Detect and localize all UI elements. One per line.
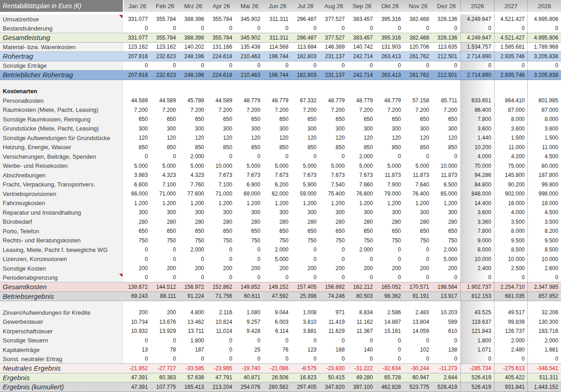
month-value-cell[interactable] bbox=[207, 80, 235, 87]
month-value-cell[interactable]: 280 bbox=[320, 217, 348, 227]
month-value-cell[interactable]: 149.152 bbox=[263, 282, 292, 291]
row-label[interactable]: Fracht, Verpackung, Transportvers. bbox=[0, 180, 123, 190]
month-value-cell[interactable]: 200 bbox=[404, 264, 432, 273]
month-value-cell[interactable]: 131.166 bbox=[207, 43, 235, 52]
month-value-cell[interactable]: 156.892 bbox=[320, 282, 348, 291]
year-value-cell[interactable]: -285.734 bbox=[460, 364, 494, 373]
year-value-cell[interactable] bbox=[494, 80, 528, 87]
month-column-header[interactable]: Dez 26 bbox=[432, 0, 460, 12]
month-value-cell[interactable]: 0 bbox=[207, 255, 235, 264]
month-value-cell[interactable] bbox=[263, 87, 292, 96]
month-value-cell[interactable]: 526.419 bbox=[432, 382, 460, 392]
month-value-cell[interactable]: 0 bbox=[320, 245, 348, 255]
year-value-cell[interactable]: 526.419 bbox=[460, 382, 494, 392]
year-value-cell[interactable]: 0 bbox=[460, 355, 494, 364]
month-value-cell[interactable]: 170.571 bbox=[404, 282, 432, 291]
month-value-cell[interactable]: 850 bbox=[320, 143, 348, 152]
month-value-cell[interactable]: 11.873 bbox=[376, 171, 404, 180]
month-value-cell[interactable]: 650 bbox=[432, 226, 460, 236]
month-value-cell[interactable]: 0 bbox=[404, 24, 432, 33]
year-value-cell[interactable]: 3.205.838 bbox=[527, 52, 561, 61]
row-label[interactable]: Ergebnis bbox=[0, 373, 123, 382]
month-value-cell[interactable]: 650 bbox=[292, 115, 320, 124]
month-value-cell[interactable]: -32.634 bbox=[376, 364, 404, 373]
month-value-cell[interactable]: 47.391 bbox=[123, 373, 151, 382]
month-value-cell[interactable]: 0 bbox=[376, 61, 404, 70]
month-value-cell[interactable]: 48.779 bbox=[263, 96, 292, 106]
month-value-cell[interactable]: 300 bbox=[151, 208, 179, 217]
month-value-cell[interactable]: 49.280 bbox=[348, 373, 376, 382]
month-value-cell[interactable]: 69.243 bbox=[123, 292, 151, 301]
month-value-cell[interactable] bbox=[348, 301, 376, 308]
month-value-cell[interactable]: 65.000 bbox=[432, 189, 460, 199]
month-value-cell[interactable]: 297.405 bbox=[292, 382, 320, 392]
month-value-cell[interactable]: 0 bbox=[348, 336, 376, 346]
month-value-cell[interactable]: 383.457 bbox=[348, 33, 376, 42]
year-value-cell[interactable]: 16.000 bbox=[494, 199, 528, 208]
month-value-cell[interactable]: 261.762 bbox=[404, 52, 432, 61]
year-column-header[interactable]: 2026 bbox=[460, 0, 494, 12]
month-value-cell[interactable] bbox=[320, 301, 348, 308]
month-value-cell[interactable]: 7.200 bbox=[179, 106, 207, 115]
month-value-cell[interactable]: 48.779 bbox=[348, 96, 376, 106]
month-value-cell[interactable]: 850 bbox=[151, 143, 179, 152]
month-column-header[interactable]: Jul 26 bbox=[292, 0, 320, 12]
month-value-cell[interactable]: 7.200 bbox=[292, 106, 320, 115]
month-value-cell[interactable]: 0 bbox=[263, 336, 292, 346]
year-value-cell[interactable]: 121.843 bbox=[460, 327, 494, 336]
month-value-cell[interactable]: 8.834 bbox=[348, 308, 376, 317]
month-value-cell[interactable]: 120 bbox=[376, 133, 404, 143]
year-value-cell[interactable]: 4.500 bbox=[527, 152, 561, 161]
month-value-cell[interactable]: -27.727 bbox=[151, 364, 179, 373]
month-value-cell[interactable]: 0 bbox=[432, 24, 460, 33]
row-label[interactable]: Zinsen/Aufwendungen für Kredite bbox=[0, 308, 123, 317]
year-value-cell[interactable]: -346.541 bbox=[527, 364, 561, 373]
month-value-cell[interactable]: 4.800 bbox=[179, 308, 207, 317]
month-value-cell[interactable]: 850 bbox=[348, 143, 376, 152]
month-value-cell[interactable]: 7.200 bbox=[348, 106, 376, 115]
year-value-cell[interactable]: 8.000 bbox=[527, 115, 561, 124]
year-value-cell[interactable]: 43.525 bbox=[460, 308, 494, 317]
year-value-cell[interactable]: 0 bbox=[494, 24, 528, 33]
month-value-cell[interactable]: 377.527 bbox=[320, 33, 348, 42]
month-value-cell[interactable]: 0 bbox=[123, 61, 151, 70]
row-label[interactable]: Neutrales Ergebnis bbox=[0, 364, 123, 373]
month-value-cell[interactable] bbox=[432, 87, 460, 96]
month-value-cell[interactable]: 242.714 bbox=[348, 52, 376, 61]
month-value-cell[interactable]: 326.136 bbox=[432, 15, 460, 24]
month-value-cell[interactable]: 5.000 bbox=[348, 161, 376, 171]
month-value-cell[interactable]: 152.862 bbox=[207, 282, 235, 291]
month-value-cell[interactable]: 9.257 bbox=[235, 317, 263, 327]
month-value-cell[interactable]: 750 bbox=[348, 236, 376, 246]
month-value-cell[interactable]: 650 bbox=[151, 115, 179, 124]
row-label[interactable]: Körperschaftsteuer bbox=[0, 327, 123, 336]
year-value-cell[interactable]: 4.521.427 bbox=[494, 33, 528, 42]
year-value-cell[interactable]: 2.000 bbox=[527, 336, 561, 346]
row-label[interactable]: Umsatzerlöse bbox=[0, 15, 123, 24]
month-value-cell[interactable]: 280 bbox=[432, 217, 460, 227]
row-label[interactable]: Sonstige Kosten bbox=[0, 264, 123, 273]
month-value-cell[interactable]: -8.575 bbox=[292, 364, 320, 373]
month-value-cell[interactable]: 231.137 bbox=[320, 70, 348, 80]
month-value-cell[interactable] bbox=[235, 80, 263, 87]
row-label[interactable]: Rechts- und Beratungskosten bbox=[0, 236, 123, 246]
year-value-cell[interactable]: 4.000 bbox=[494, 208, 528, 217]
month-value-cell[interactable]: 25.398 bbox=[292, 292, 320, 301]
month-value-cell[interactable]: 280 bbox=[207, 217, 235, 227]
month-value-cell[interactable]: 232.623 bbox=[151, 52, 179, 61]
year-value-cell[interactable]: 10.000 bbox=[527, 255, 561, 264]
year-value-cell[interactable]: 0 bbox=[527, 355, 561, 364]
month-value-cell[interactable]: 85.711 bbox=[432, 96, 460, 106]
year-value-cell[interactable]: 14.400 bbox=[460, 199, 494, 208]
month-value-cell[interactable]: 188 bbox=[320, 345, 348, 355]
month-value-cell[interactable]: 0 bbox=[235, 245, 263, 255]
month-value-cell[interactable] bbox=[320, 80, 348, 87]
month-value-cell[interactable]: 7.200 bbox=[151, 106, 179, 115]
month-value-cell[interactable]: 138 bbox=[432, 345, 460, 355]
year-value-cell[interactable]: 187.800 bbox=[527, 171, 561, 180]
month-value-cell[interactable] bbox=[348, 87, 376, 96]
month-value-cell[interactable]: 650 bbox=[404, 115, 432, 124]
row-label[interactable]: Personalkosten bbox=[0, 96, 123, 106]
month-value-cell[interactable]: 0 bbox=[123, 255, 151, 264]
month-value-cell[interactable]: 650 bbox=[376, 115, 404, 124]
